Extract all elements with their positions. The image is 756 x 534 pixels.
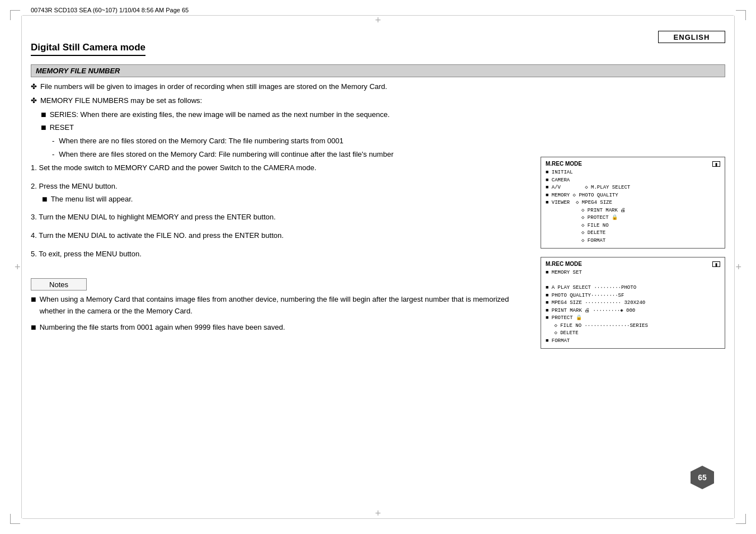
- screen-1-row-2: ■ A/V ◇ M.PLAY SELECT: [546, 184, 720, 192]
- cross-text-2: MEMORY FILE NUMBERS may be set as follow…: [40, 95, 202, 107]
- step-2-label: 2. Press the MENU button.: [31, 181, 521, 193]
- bullet-text-reset: RESET: [50, 122, 74, 134]
- corner-mark-tl: [10, 10, 20, 20]
- screen-2-row-0: ■ MEMORY SET: [546, 269, 720, 277]
- english-badge: ENGLISH: [658, 31, 725, 43]
- note-1-text: When using a Memory Card that contains i…: [40, 294, 521, 317]
- notes-box: Notes: [31, 278, 87, 291]
- cross-symbol-1: ✤: [31, 81, 37, 93]
- step-4-label: 4. Turn the MENU DIAL to activate the FI…: [31, 230, 521, 242]
- corner-mark-bl: [10, 514, 20, 524]
- screen-2-row-2: ■ A PLAY SELECT ·········PHOTO: [546, 284, 720, 292]
- dash-item-2: - When there are files stored on the Mem…: [52, 149, 521, 161]
- note-item-1: ■ When using a Memory Card that contains…: [31, 294, 521, 317]
- step-2-sub-bullet: ■: [42, 194, 48, 205]
- bullet-item-series: ■ SERIES: When there are existing files,…: [41, 109, 521, 121]
- steps-area: 1. Set the mode switch to MEMORY CARD an…: [31, 162, 521, 267]
- step-3-number: 3.: [31, 213, 39, 221]
- cross-item-1: ✤ File numbers will be given to images i…: [31, 81, 521, 93]
- screen-1-header-left: M.REC MODE: [546, 161, 582, 167]
- step-2-text: Press the MENU button.: [39, 182, 117, 190]
- screen-1-row-9: ◇ FORMAT: [551, 237, 720, 245]
- cross-item-2: ✤ MEMORY FILE NUMBERS may be set as foll…: [31, 95, 521, 107]
- corner-mark-tr: [736, 10, 746, 20]
- bullet-symbol-series: ■: [41, 109, 46, 121]
- screen-2-header-left: M.REC MODE: [546, 261, 582, 267]
- bullet-symbol-reset: ■: [41, 122, 46, 134]
- screen-1-row-7: ◇ FILE NO: [551, 222, 720, 230]
- vline-right: [734, 16, 735, 518]
- screen-2-row-9: ■ FORMAT: [546, 338, 720, 345]
- screen-2-row-3: ■ PHOTO QUALITY·········SF: [546, 292, 720, 300]
- screen-1-row-3: ■ MEMORY ◇ PHOTO QUALITY: [546, 192, 720, 200]
- crosshair-bottom: [375, 508, 381, 519]
- screen-1-row-4: ■ VIEWER ◇ MPEG4 SIZE: [546, 199, 720, 207]
- screen-box-1: M.REC MODE ▮ ■ INITIAL ■ CAMERA ■ A/V ◇ …: [541, 157, 725, 249]
- crosshair-right: [735, 261, 741, 273]
- vline-left: [21, 16, 22, 518]
- screen-1-header: M.REC MODE ▮: [546, 161, 720, 167]
- bullet-text-series: SERIES: When there are existing files, t…: [50, 109, 390, 121]
- dash-symbol-1: -: [52, 135, 54, 147]
- step-3-label: 3. Turn the MENU DIAL to highlight MEMOR…: [31, 212, 521, 223]
- screen-2-row-6: ■ PROTECT 🔒: [546, 315, 720, 322]
- step-2-sub: ■ The menu list will appear.: [42, 194, 521, 205]
- bullet-item-reset: ■ RESET: [41, 122, 521, 134]
- step-5-number: 5.: [31, 250, 39, 258]
- body-text: ✤ File numbers will be given to images i…: [31, 81, 521, 162]
- screen-2-header: M.REC MODE ▮: [546, 261, 720, 267]
- screen-1-icon: ▮: [712, 161, 720, 167]
- cross-symbol-2: ✤: [31, 95, 37, 107]
- cross-text-1: File numbers will be given to images in …: [40, 81, 387, 93]
- screen-1-row-8: ◇ DELETE: [551, 229, 720, 237]
- crosshair-left: [15, 261, 21, 273]
- note-2-bullet: ■: [31, 322, 36, 334]
- screen-2-row-8: ◇ DELETE: [551, 330, 720, 338]
- step-4-number: 4.: [31, 231, 39, 240]
- screens-area: M.REC MODE ▮ ■ INITIAL ■ CAMERA ■ A/V ◇ …: [541, 157, 725, 357]
- step-2-number: 2.: [31, 182, 39, 190]
- screen-2-row-1: [546, 277, 720, 285]
- page-info: 00743R SCD103 SEA (60~107) 1/10/04 8:56 …: [31, 7, 189, 13]
- screen-2-icon: ▮: [712, 261, 720, 267]
- corner-mark-br: [736, 514, 746, 524]
- page-title: Digital Still Camera mode: [31, 42, 145, 56]
- step-1-number: 1.: [31, 163, 39, 172]
- crosshair-top: [375, 15, 381, 26]
- screen-1-row-0: ■ INITIAL: [546, 169, 720, 177]
- step-2-sub-text: The menu list will appear.: [51, 194, 133, 205]
- screen-1-row-6: ◇ PROTECT 🔒: [551, 214, 720, 222]
- screen-2-content: ■ MEMORY SET ■ A PLAY SELECT ·········PH…: [546, 269, 720, 345]
- step-4: 4. Turn the MENU DIAL to activate the FI…: [31, 230, 521, 242]
- step-5-text: To exit, press the MENU button.: [39, 250, 142, 258]
- step-5-label: 5. To exit, press the MENU button.: [31, 249, 521, 260]
- dash-text-2: When there are files stored on the Memor…: [59, 149, 393, 161]
- step-1-text: Set the mode switch to MEMORY CARD and t…: [39, 163, 316, 172]
- dash-text-1: When there are no files stored on the Me…: [59, 135, 343, 147]
- dash-item-1: - When there are no files stored on the …: [52, 135, 521, 147]
- note-item-2: ■ Numbering the file starts from 0001 ag…: [31, 322, 521, 334]
- notes-label: Notes: [49, 280, 68, 289]
- step-5: 5. To exit, press the MENU button.: [31, 249, 521, 260]
- screen-2-row-4: ■ MPEG4 SIZE ············ 320X240: [546, 299, 720, 307]
- page-number: 65: [691, 466, 714, 489]
- step-3: 3. Turn the MENU DIAL to highlight MEMOR…: [31, 212, 521, 223]
- screen-2-row-7: ◇ FILE NO ···············SERIES: [551, 322, 720, 330]
- step-2: 2. Press the MENU button. ■ The menu lis…: [31, 181, 521, 205]
- step-1: 1. Set the mode switch to MEMORY CARD an…: [31, 162, 521, 174]
- step-4-text: Turn the MENU DIAL to activate the FILE …: [39, 231, 284, 240]
- step-1-label: 1. Set the mode switch to MEMORY CARD an…: [31, 162, 521, 174]
- screen-2-row-5: ■ PRINT MARK 🖨 ·········◈ 000: [546, 307, 720, 315]
- screen-1-row-5: ◇ PRINT MARK 🖨: [551, 207, 720, 215]
- note-1-bullet: ■: [31, 294, 36, 317]
- notes-content: ■ When using a Memory Card that contains…: [31, 294, 521, 338]
- step-3-text: Turn the MENU DIAL to highlight MEMORY a…: [39, 213, 275, 221]
- dash-symbol-2: -: [52, 149, 54, 161]
- screen-1-content: ■ INITIAL ■ CAMERA ■ A/V ◇ M.PLAY SELECT…: [546, 169, 720, 245]
- screen-box-2: M.REC MODE ▮ ■ MEMORY SET ■ A PLAY SELEC…: [541, 257, 725, 349]
- section-header: MEMORY FILE NUMBER: [31, 64, 725, 77]
- note-2-text: Numbering the file starts from 0001 agai…: [40, 322, 285, 334]
- screen-1-row-1: ■ CAMERA: [546, 177, 720, 185]
